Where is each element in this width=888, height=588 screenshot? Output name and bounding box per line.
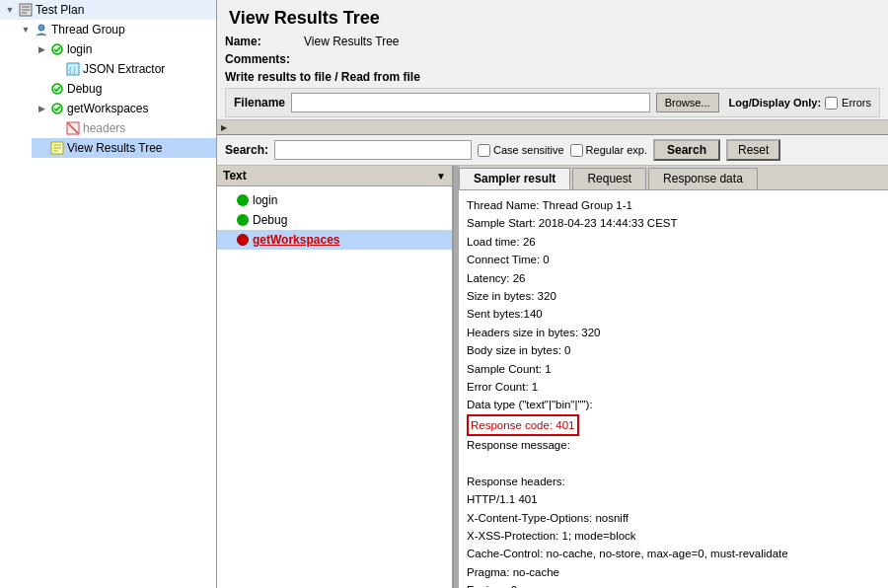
- result-line: Expires: 0: [467, 581, 880, 588]
- result-line: Error Count: 1: [467, 378, 880, 396]
- tree-item-json-extractor[interactable]: { } JSON Extractor: [47, 59, 216, 79]
- expand-icon-login[interactable]: ▶: [36, 43, 47, 55]
- tree-label-thread-group: Thread Group: [51, 23, 125, 37]
- tree-item-getworkspaces[interactable]: ▶ getWorkspaces: [32, 99, 216, 118]
- status-icon-getworkspaces: [237, 234, 249, 246]
- toolbar-strip: ▶: [217, 119, 888, 135]
- result-line: Headers size in bytes: 320: [467, 324, 880, 341]
- result-line: X-XSS-Protection: 1; mode=block: [467, 527, 880, 545]
- result-line: Cache-Control: no-cache, no-store, max-a…: [467, 545, 880, 562]
- expand-icon-json-extractor: [51, 63, 63, 75]
- result-content: Thread Name: Thread Group 1-1Sample Star…: [459, 190, 888, 588]
- debug-icon: [49, 81, 65, 97]
- status-icon-debug: [237, 214, 249, 226]
- list-item-label-debug: Debug: [253, 213, 287, 227]
- regular-exp-label: Regular exp.: [570, 144, 647, 157]
- name-label: Name:: [225, 35, 304, 48]
- tree-label-debug: Debug: [67, 82, 102, 96]
- login-icon: [49, 41, 65, 57]
- view-results-tree-icon: [49, 140, 65, 156]
- page-title: View Results Tree: [217, 0, 888, 33]
- tree-item-test-plan[interactable]: ▼ Test Plan: [0, 0, 216, 20]
- list-item-getworkspaces[interactable]: getWorkspaces: [217, 230, 452, 250]
- expand-icon-getworkspaces[interactable]: ▶: [36, 103, 47, 114]
- result-line: Data type ("text"|"bin"|""):: [467, 396, 880, 413]
- list-item-label-login: login: [253, 193, 277, 207]
- svg-text:{ }: { }: [69, 66, 76, 74]
- result-line: Pragma: no-cache: [467, 563, 880, 581]
- result-line: Size in bytes: 320: [467, 287, 880, 305]
- result-line: [467, 454, 880, 472]
- text-list-header: Text ▼: [217, 166, 452, 186]
- list-item-debug[interactable]: Debug: [217, 210, 452, 230]
- result-line: Body size in bytes: 0: [467, 341, 880, 359]
- errors-label: Errors: [842, 97, 871, 109]
- result-line: Response headers:: [467, 473, 880, 490]
- toolbar-triangle-icon[interactable]: ▶: [221, 123, 227, 132]
- tree-item-debug[interactable]: Debug: [32, 79, 216, 99]
- list-item-login[interactable]: login: [217, 190, 452, 210]
- expand-icon-thread-group[interactable]: ▼: [20, 24, 32, 36]
- tree-label-getworkspaces: getWorkspaces: [67, 102, 148, 115]
- result-line: HTTP/1.1 401: [467, 490, 880, 508]
- headers-icon: [65, 120, 81, 136]
- thread-group-icon: [34, 22, 49, 37]
- tree-item-view-results-tree[interactable]: View Results Tree: [32, 138, 216, 158]
- name-row: Name: View Results Tree: [217, 33, 888, 50]
- filename-input[interactable]: [291, 93, 650, 112]
- tree-item-login[interactable]: ▶ login: [32, 39, 216, 59]
- tree-label-view-results-tree: View Results Tree: [67, 141, 163, 155]
- tab-request[interactable]: Request: [572, 168, 646, 189]
- expand-icon-test-plan[interactable]: ▼: [4, 4, 16, 16]
- status-icon-login: [237, 194, 249, 206]
- comments-label: Comments:: [225, 52, 290, 66]
- case-sensitive-label: Case sensitive: [478, 144, 564, 157]
- tree-item-thread-group[interactable]: ▼ Thread Group: [16, 20, 216, 39]
- left-tree-panel: ▼ Test Plan ▼ Thread Group ▶ login { } J…: [0, 0, 217, 588]
- main-panel: View Results Tree Name: View Results Tre…: [217, 0, 888, 588]
- text-list-arrow-icon[interactable]: ▼: [436, 171, 446, 182]
- regular-exp-checkbox[interactable]: [570, 144, 583, 157]
- tab-sampler-result[interactable]: Sampler result: [459, 168, 570, 189]
- log-display-label: Log/Display Only:: [729, 97, 822, 109]
- result-line: Load time: 26: [467, 233, 880, 251]
- tree-label-json-extractor: JSON Extractor: [83, 62, 165, 76]
- search-input[interactable]: [274, 140, 472, 160]
- tab-response-data[interactable]: Response data: [648, 168, 758, 189]
- search-label: Search:: [225, 143, 268, 157]
- errors-checkbox[interactable]: [825, 97, 838, 110]
- tree-item-headers[interactable]: headers: [47, 118, 216, 138]
- tree-label-login: login: [67, 42, 92, 56]
- case-sensitive-checkbox[interactable]: [478, 144, 490, 157]
- result-line: Latency: 26: [467, 269, 880, 287]
- text-list-items: login Debug getWorkspaces: [217, 186, 452, 588]
- result-line: Sample Start: 2018-04-23 14:44:33 CEST: [467, 214, 880, 232]
- text-list-title: Text: [223, 169, 436, 183]
- list-item-label-getworkspaces: getWorkspaces: [253, 233, 339, 247]
- json-extractor-icon: { }: [65, 61, 81, 77]
- reset-button[interactable]: Reset: [726, 139, 780, 161]
- svg-point-4: [38, 25, 44, 31]
- result-line: Connect Time: 0: [467, 251, 880, 268]
- write-results-label: Write results to file / Read from file: [217, 68, 888, 86]
- comments-row: Comments:: [217, 50, 888, 68]
- log-display-section: Log/Display Only: Errors: [729, 97, 871, 110]
- search-row: Search: Case sensitive Regular exp. Sear…: [217, 135, 888, 165]
- result-tabs: Sampler result Request Response data: [459, 166, 888, 190]
- getworkspaces-icon: [49, 101, 65, 116]
- result-line: Sent bytes:140: [467, 305, 880, 323]
- expand-icon-debug: [36, 83, 47, 95]
- result-line: Sample Count: 1: [467, 360, 880, 378]
- browse-button[interactable]: Browse...: [656, 93, 719, 112]
- expand-icon-vrt: [36, 142, 47, 154]
- filename-label: Filename: [234, 96, 285, 110]
- content-area: Text ▼ login Debug getWorkspaces: [217, 165, 888, 588]
- text-list-panel: Text ▼ login Debug getWorkspaces: [217, 166, 454, 588]
- tree-label-test-plan: Test Plan: [36, 3, 84, 17]
- name-value: View Results Tree: [304, 35, 400, 48]
- result-line: Response message:: [467, 436, 880, 454]
- expand-icon-headers: [51, 122, 63, 134]
- search-button[interactable]: Search: [653, 139, 720, 161]
- result-line: Thread Name: Thread Group 1-1: [467, 196, 880, 214]
- tree-label-headers: headers: [83, 121, 125, 135]
